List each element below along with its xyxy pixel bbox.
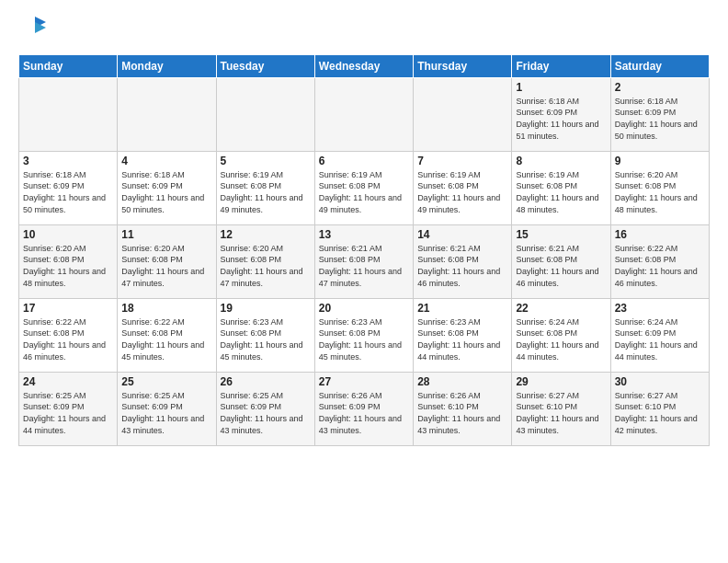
day-info: Sunrise: 6:24 AM Sunset: 6:09 PM Dayligh… (615, 316, 705, 362)
calendar-cell: 12Sunrise: 6:20 AM Sunset: 6:08 PM Dayli… (216, 224, 314, 298)
day-info: Sunrise: 6:27 AM Sunset: 6:10 PM Dayligh… (615, 390, 705, 436)
day-info: Sunrise: 6:23 AM Sunset: 6:08 PM Dayligh… (417, 316, 507, 362)
calendar-week-row: 1Sunrise: 6:18 AM Sunset: 6:09 PM Daylig… (19, 77, 710, 151)
calendar-cell: 5Sunrise: 6:19 AM Sunset: 6:08 PM Daylig… (216, 151, 314, 224)
header (18, 15, 710, 45)
calendar-cell: 8Sunrise: 6:19 AM Sunset: 6:08 PM Daylig… (512, 151, 610, 224)
day-info: Sunrise: 6:23 AM Sunset: 6:08 PM Dayligh… (221, 316, 311, 362)
day-info: Sunrise: 6:20 AM Sunset: 6:08 PM Dayligh… (23, 243, 113, 289)
calendar-cell: 25Sunrise: 6:25 AM Sunset: 6:09 PM Dayli… (118, 372, 216, 445)
calendar-cell: 17Sunrise: 6:22 AM Sunset: 6:08 PM Dayli… (19, 298, 118, 372)
day-number: 27 (319, 375, 409, 388)
day-info: Sunrise: 6:25 AM Sunset: 6:09 PM Dayligh… (23, 390, 113, 436)
calendar-cell: 11Sunrise: 6:20 AM Sunset: 6:08 PM Dayli… (118, 224, 216, 298)
day-number: 12 (221, 228, 311, 241)
day-number: 24 (23, 375, 113, 388)
day-number: 16 (615, 228, 705, 241)
weekday-header-friday: Friday (512, 54, 610, 77)
weekday-header-saturday: Saturday (610, 54, 709, 77)
day-info: Sunrise: 6:20 AM Sunset: 6:08 PM Dayligh… (615, 169, 705, 215)
calendar-cell: 9Sunrise: 6:20 AM Sunset: 6:08 PM Daylig… (610, 151, 709, 224)
day-info: Sunrise: 6:21 AM Sunset: 6:08 PM Dayligh… (319, 243, 409, 289)
day-info: Sunrise: 6:19 AM Sunset: 6:08 PM Dayligh… (221, 169, 311, 215)
calendar-table: SundayMondayTuesdayWednesdayThursdayFrid… (18, 54, 710, 446)
day-info: Sunrise: 6:24 AM Sunset: 6:08 PM Dayligh… (516, 316, 606, 362)
day-number: 22 (516, 302, 606, 315)
calendar-cell: 16Sunrise: 6:22 AM Sunset: 6:08 PM Dayli… (610, 224, 709, 298)
calendar-week-row: 17Sunrise: 6:22 AM Sunset: 6:08 PM Dayli… (19, 298, 710, 372)
day-number: 4 (121, 155, 211, 167)
day-number: 29 (516, 375, 606, 388)
day-info: Sunrise: 6:19 AM Sunset: 6:08 PM Dayligh… (319, 169, 409, 215)
calendar-cell (118, 77, 216, 151)
day-info: Sunrise: 6:26 AM Sunset: 6:09 PM Dayligh… (319, 390, 409, 436)
calendar-cell: 30Sunrise: 6:27 AM Sunset: 6:10 PM Dayli… (610, 372, 709, 445)
day-number: 23 (615, 302, 705, 315)
day-number: 7 (417, 155, 507, 167)
day-number: 6 (319, 155, 409, 167)
day-number: 2 (615, 81, 705, 94)
page: SundayMondayTuesdayWednesdayThursdayFrid… (0, 0, 728, 455)
day-info: Sunrise: 6:21 AM Sunset: 6:08 PM Dayligh… (417, 243, 507, 289)
day-number: 3 (23, 155, 113, 167)
day-info: Sunrise: 6:26 AM Sunset: 6:10 PM Dayligh… (417, 390, 507, 436)
day-number: 21 (417, 302, 507, 315)
day-number: 18 (121, 302, 211, 315)
calendar-cell: 27Sunrise: 6:26 AM Sunset: 6:09 PM Dayli… (314, 372, 413, 445)
day-info: Sunrise: 6:19 AM Sunset: 6:08 PM Dayligh… (516, 169, 606, 215)
day-number: 15 (516, 228, 606, 241)
calendar-cell: 4Sunrise: 6:18 AM Sunset: 6:09 PM Daylig… (118, 151, 216, 224)
day-number: 30 (615, 375, 705, 388)
weekday-header-sunday: Sunday (19, 54, 118, 77)
day-number: 8 (516, 155, 606, 167)
day-info: Sunrise: 6:25 AM Sunset: 6:09 PM Dayligh… (221, 390, 311, 436)
calendar-cell: 10Sunrise: 6:20 AM Sunset: 6:08 PM Dayli… (19, 224, 118, 298)
calendar-cell: 3Sunrise: 6:18 AM Sunset: 6:09 PM Daylig… (19, 151, 118, 224)
calendar-cell: 2Sunrise: 6:18 AM Sunset: 6:09 PM Daylig… (610, 77, 709, 151)
day-info: Sunrise: 6:23 AM Sunset: 6:08 PM Dayligh… (319, 316, 409, 362)
day-info: Sunrise: 6:25 AM Sunset: 6:09 PM Dayligh… (121, 390, 211, 436)
calendar-cell: 24Sunrise: 6:25 AM Sunset: 6:09 PM Dayli… (19, 372, 118, 445)
calendar-week-row: 3Sunrise: 6:18 AM Sunset: 6:09 PM Daylig… (19, 151, 710, 224)
calendar-cell: 14Sunrise: 6:21 AM Sunset: 6:08 PM Dayli… (414, 224, 512, 298)
day-info: Sunrise: 6:20 AM Sunset: 6:08 PM Dayligh… (221, 243, 311, 289)
calendar-cell: 6Sunrise: 6:19 AM Sunset: 6:08 PM Daylig… (314, 151, 413, 224)
day-number: 10 (23, 228, 113, 241)
logo-text (18, 15, 48, 45)
calendar-cell: 22Sunrise: 6:24 AM Sunset: 6:08 PM Dayli… (512, 298, 610, 372)
day-info: Sunrise: 6:20 AM Sunset: 6:08 PM Dayligh… (121, 243, 211, 289)
day-number: 13 (319, 228, 409, 241)
day-info: Sunrise: 6:22 AM Sunset: 6:08 PM Dayligh… (121, 316, 211, 362)
calendar-cell: 15Sunrise: 6:21 AM Sunset: 6:08 PM Dayli… (512, 224, 610, 298)
logo (18, 15, 48, 45)
day-info: Sunrise: 6:18 AM Sunset: 6:09 PM Dayligh… (23, 169, 113, 215)
day-number: 17 (23, 302, 113, 315)
day-number: 28 (417, 375, 507, 388)
calendar-cell: 28Sunrise: 6:26 AM Sunset: 6:10 PM Dayli… (414, 372, 512, 445)
calendar-cell: 29Sunrise: 6:27 AM Sunset: 6:10 PM Dayli… (512, 372, 610, 445)
day-info: Sunrise: 6:19 AM Sunset: 6:08 PM Dayligh… (417, 169, 507, 215)
calendar-cell (216, 77, 314, 151)
day-number: 26 (221, 375, 311, 388)
calendar-cell: 7Sunrise: 6:19 AM Sunset: 6:08 PM Daylig… (414, 151, 512, 224)
weekday-header-monday: Monday (118, 54, 216, 77)
calendar-cell: 18Sunrise: 6:22 AM Sunset: 6:08 PM Dayli… (118, 298, 216, 372)
day-number: 1 (516, 81, 606, 94)
day-number: 25 (121, 375, 211, 388)
day-info: Sunrise: 6:27 AM Sunset: 6:10 PM Dayligh… (516, 390, 606, 436)
day-number: 19 (221, 302, 311, 315)
day-info: Sunrise: 6:18 AM Sunset: 6:09 PM Dayligh… (121, 169, 211, 215)
header-row: SundayMondayTuesdayWednesdayThursdayFrid… (19, 54, 710, 77)
calendar-cell: 21Sunrise: 6:23 AM Sunset: 6:08 PM Dayli… (414, 298, 512, 372)
weekday-header-tuesday: Tuesday (216, 54, 314, 77)
weekday-header-wednesday: Wednesday (314, 54, 413, 77)
calendar-cell: 19Sunrise: 6:23 AM Sunset: 6:08 PM Dayli… (216, 298, 314, 372)
calendar-cell (314, 77, 413, 151)
day-info: Sunrise: 6:22 AM Sunset: 6:08 PM Dayligh… (615, 243, 705, 289)
calendar-cell: 20Sunrise: 6:23 AM Sunset: 6:08 PM Dayli… (314, 298, 413, 372)
calendar-cell: 1Sunrise: 6:18 AM Sunset: 6:09 PM Daylig… (512, 77, 610, 151)
day-number: 9 (615, 155, 705, 167)
calendar-cell: 13Sunrise: 6:21 AM Sunset: 6:08 PM Dayli… (314, 224, 413, 298)
day-number: 20 (319, 302, 409, 315)
day-info: Sunrise: 6:21 AM Sunset: 6:08 PM Dayligh… (516, 243, 606, 289)
